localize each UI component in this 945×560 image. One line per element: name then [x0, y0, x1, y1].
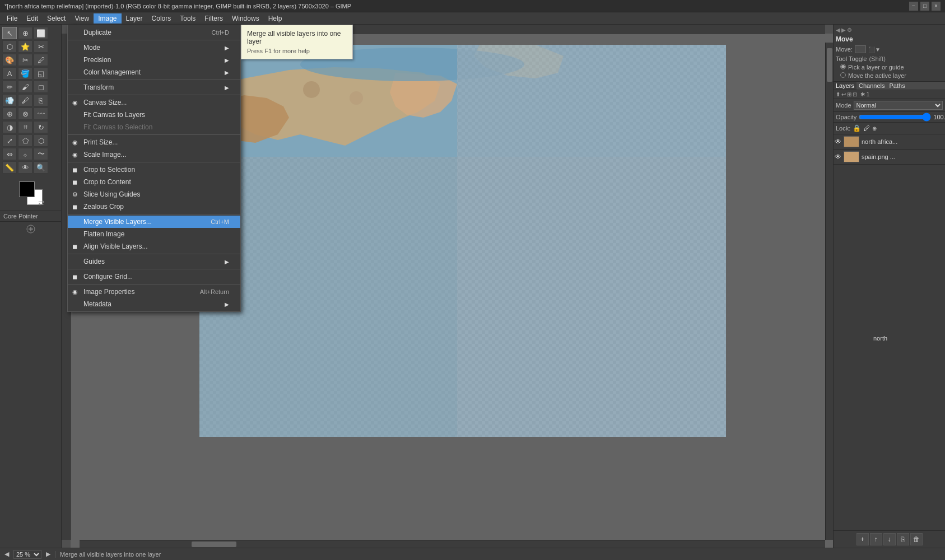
plus-button[interactable] [26, 224, 36, 234]
panel-arrow-left[interactable]: ◀ [836, 27, 840, 33]
measure-tool[interactable]: 📏 [2, 161, 17, 174]
foreground-background-colors[interactable]: ⇄ [19, 181, 43, 205]
menu-mode[interactable]: Mode ▶ [68, 41, 240, 54]
maximize-button[interactable]: □ [920, 2, 929, 11]
menu-crop-to-selection[interactable]: ◼ Crop to Selection [68, 164, 240, 176]
menu-precision[interactable]: Precision ▶ [68, 54, 240, 66]
ellipse-select-tool[interactable]: ⬡ [2, 40, 17, 53]
bucket-fill-tool[interactable]: 🪣 [18, 67, 32, 80]
horizontal-scrollbar[interactable] [80, 540, 825, 548]
layer-1-visibility[interactable]: 👁 [835, 153, 841, 161]
heal-tool[interactable]: ⊕ [2, 108, 17, 120]
opacity-slider[interactable] [859, 114, 931, 120]
swap-colors-button[interactable]: ⇄ [38, 198, 45, 207]
text-tool[interactable]: A [2, 67, 17, 80]
align-tool[interactable]: ⊕ [18, 27, 32, 39]
select-by-color-tool[interactable]: 🎨 [2, 54, 17, 66]
menu-slice-using-guides[interactable]: ⚙ Slice Using Guides [68, 188, 240, 200]
blend-tool[interactable]: ◱ [34, 67, 48, 80]
menu-guides[interactable]: Guides ▶ [68, 255, 240, 268]
menu-help[interactable]: Help [264, 13, 287, 24]
layer-tb-btn1[interactable]: ⬆ [836, 91, 840, 97]
warp-tool[interactable]: 〜 [34, 148, 48, 160]
eraser-tool[interactable]: ◻ [34, 81, 48, 93]
fuzzy-select-tool[interactable]: ✂ [34, 40, 48, 53]
airbrush-tool[interactable]: 💨 [2, 94, 17, 106]
panel-arrow-right[interactable]: ▶ [841, 27, 846, 33]
hscroll-thumb[interactable] [192, 542, 236, 547]
perspective-clone-tool[interactable]: ⊗ [18, 108, 32, 120]
dodge-burn-tool[interactable]: ◑ [2, 121, 17, 133]
layer-item-1[interactable]: 👁 spain.png ... [834, 150, 945, 165]
scissors-tool[interactable]: ✂ [18, 54, 32, 66]
menu-zealous-crop[interactable]: ◼ Zealous Crop [68, 200, 240, 213]
menu-file[interactable]: File [2, 13, 22, 24]
menu-transform[interactable]: Transform ▶ [68, 81, 240, 94]
menu-merge-visible-layers[interactable]: Merge Visible Layers... Ctrl+M [68, 216, 240, 228]
close-button[interactable]: × [932, 2, 941, 11]
menu-colors[interactable]: Colors [147, 13, 176, 24]
vscroll-thumb[interactable] [827, 48, 832, 82]
pencil-tool[interactable]: ✏ [2, 81, 17, 93]
color-picker-tool[interactable]: 👁 [18, 161, 32, 174]
menu-edit[interactable]: Edit [22, 13, 43, 24]
foreground-color-swatch[interactable] [19, 181, 35, 197]
menu-fit-canvas-layers[interactable]: Fit Canvas to Layers [68, 109, 240, 121]
menu-duplicate[interactable]: Duplicate Ctrl+D [68, 26, 240, 39]
tab-layers[interactable]: Layers [834, 82, 856, 90]
flip-tool[interactable]: ⇔ [2, 148, 17, 160]
lock-alpha-icon[interactable]: 🔒 [853, 124, 861, 132]
shear-tool[interactable]: ⬠ [18, 134, 32, 147]
panel-settings[interactable]: ⚙ [847, 27, 852, 33]
lower-layer-button[interactable]: ↓ [883, 533, 896, 545]
tab-paths[interactable]: Paths [887, 82, 907, 90]
menu-flatten-image[interactable]: Flatten Image [68, 228, 240, 240]
clone-tool[interactable]: ⎘ [34, 94, 48, 106]
paintbrush-tool[interactable]: 🖌 [18, 81, 32, 93]
menu-scale-image[interactable]: ◉ Scale Image... [68, 148, 240, 161]
menu-metadata[interactable]: Metadata ▶ [68, 298, 240, 310]
minimize-button[interactable]: − [909, 2, 918, 11]
menu-layer[interactable]: Layer [122, 13, 147, 24]
new-layer-button[interactable]: + [856, 533, 869, 545]
move-active-radio[interactable] [840, 72, 846, 78]
transform-tool[interactable]: ⬦ [18, 148, 32, 160]
rect-select-tool[interactable]: ⬜ [34, 27, 48, 39]
tab-channels[interactable]: Channels [856, 82, 887, 90]
menu-tools[interactable]: Tools [175, 13, 200, 24]
crop-tool[interactable]: ⌗ [18, 121, 32, 133]
ink-tool[interactable]: 🖋 [18, 94, 32, 106]
layer-tb-btn2[interactable]: ↩ [841, 91, 846, 97]
layer-item-0[interactable]: 👁 north africa... [834, 134, 945, 150]
paths-tool[interactable]: 🖊 [34, 54, 48, 66]
menu-image[interactable]: Image [94, 13, 121, 24]
menu-print-size[interactable]: ◉ Print Size... [68, 136, 240, 148]
move-dropdown[interactable] [855, 45, 866, 53]
rotate-tool[interactable]: ↻ [34, 121, 48, 133]
mode-select[interactable]: Normal [854, 101, 943, 110]
zoom-select[interactable]: 25 % [13, 550, 41, 559]
menu-crop-to-content[interactable]: ◼ Crop to Content [68, 176, 240, 188]
menu-filters[interactable]: Filters [200, 13, 227, 24]
delete-layer-button[interactable]: 🗑 [910, 533, 923, 545]
layer-tb-btn4[interactable]: ⊡ [853, 91, 857, 97]
free-select-tool[interactable]: ⭐ [18, 40, 32, 53]
zoom-right-arrow[interactable]: ▶ [46, 550, 50, 558]
menu-select[interactable]: Select [43, 13, 70, 24]
raise-layer-button[interactable]: ↑ [870, 533, 882, 545]
menu-canvas-size[interactable]: ◉ Canvas Size... [68, 96, 240, 109]
menu-windows[interactable]: Windows [227, 13, 264, 24]
layer-0-visibility[interactable]: 👁 [835, 138, 841, 146]
pick-layer-radio[interactable] [840, 64, 846, 69]
smudge-tool[interactable]: 〰 [34, 108, 48, 120]
menu-color-management[interactable]: Color Management ▶ [68, 66, 240, 78]
menu-view[interactable]: View [70, 13, 94, 24]
lock-paint-icon[interactable]: 🖊 [863, 124, 870, 132]
lock-move-icon[interactable]: ⊕ [872, 125, 877, 132]
zoom-tool[interactable]: 🔍 [34, 161, 48, 174]
move-tool[interactable]: ↖ [2, 27, 17, 39]
menu-align-visible-layers[interactable]: ◼ Align Visible Layers... [68, 240, 240, 253]
perspective-tool[interactable]: ⬡ [34, 134, 48, 147]
layer-tb-btn3[interactable]: ⊞ [847, 91, 851, 97]
duplicate-layer-button[interactable]: ⎘ [897, 533, 909, 545]
